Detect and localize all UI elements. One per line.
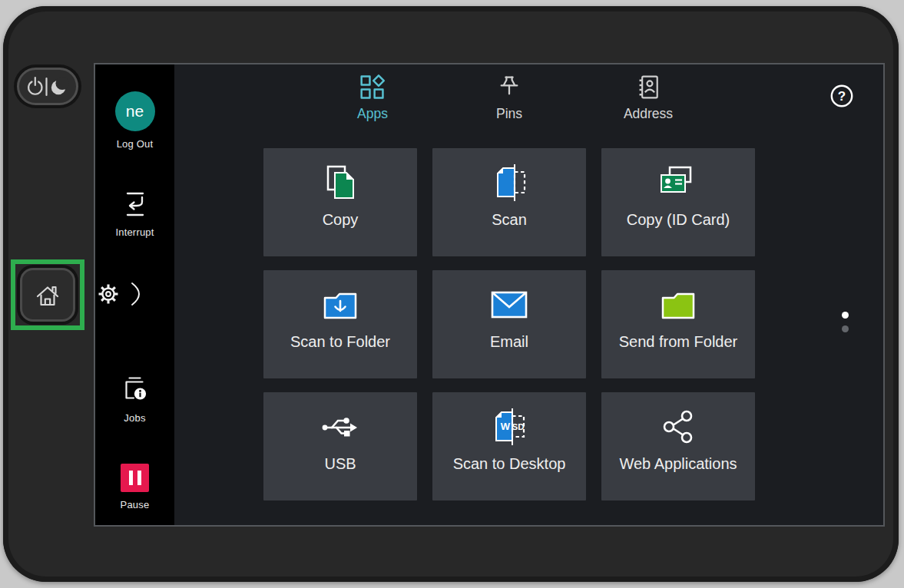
svg-text:?: ?: [838, 89, 846, 104]
app-tile-label: Web Applications: [619, 455, 737, 473]
folder-icon: [658, 283, 698, 326]
address-book-icon: [634, 74, 661, 101]
tab-address-label: Address: [624, 106, 673, 122]
app-tile-copy-id-card[interactable]: Copy (ID Card): [601, 148, 755, 256]
copy-pages-icon: [320, 161, 361, 204]
app-tile-label: Scan to Desktop: [453, 455, 566, 473]
page-dot-2[interactable]: [842, 325, 849, 332]
share-network-icon: [660, 405, 697, 448]
app-tile-scan[interactable]: Scan: [432, 148, 586, 256]
usb-icon: [320, 405, 361, 448]
app-tile-scan-to-desktop[interactable]: W SD Scan to Desktop: [432, 392, 586, 500]
tab-pins-label: Pins: [496, 106, 522, 122]
svg-text:W: W: [501, 421, 511, 432]
page-indicator: [842, 312, 849, 332]
svg-text:SD: SD: [512, 422, 525, 431]
tab-pins[interactable]: Pins: [496, 74, 523, 122]
avatar: ne: [115, 91, 155, 131]
app-tile-label: Copy: [323, 211, 359, 229]
app-tile-label: Scan: [492, 211, 527, 229]
interrupt-button[interactable]: Interrupt: [95, 189, 174, 238]
email-envelope-icon: [489, 283, 529, 326]
logout-button[interactable]: ne Log Out: [95, 91, 174, 150]
power-moon-icon: [25, 74, 70, 99]
touchscreen: ne Log Out Interrupt: [94, 63, 885, 527]
help-button[interactable]: ?: [829, 84, 854, 108]
tab-apps-label: Apps: [357, 106, 388, 122]
apps-grid-icon: [359, 74, 386, 101]
tab-address[interactable]: Address: [624, 74, 673, 122]
id-card-icon: [657, 161, 700, 204]
app-tile-usb[interactable]: USB: [263, 392, 417, 500]
power-sleep-button[interactable]: [17, 68, 78, 105]
gear-icon: [95, 281, 121, 307]
interrupt-icon: [121, 189, 150, 220]
printer-front-panel: ne Log Out Interrupt: [3, 6, 899, 582]
wsd-document-icon: W SD: [489, 405, 529, 448]
app-tile-web-applications[interactable]: Web Applications: [601, 392, 755, 500]
jobs-icon: [121, 375, 150, 405]
chevron-right-icon: [131, 282, 141, 306]
home-button[interactable]: [20, 268, 75, 322]
home-icon: [34, 282, 61, 308]
folder-download-icon: [320, 283, 360, 326]
app-tile-label: Email: [490, 333, 528, 351]
settings-button[interactable]: [95, 281, 174, 307]
interrupt-label: Interrupt: [115, 226, 154, 238]
jobs-button[interactable]: Jobs: [95, 375, 174, 424]
avatar-initials: ne: [126, 102, 144, 121]
app-tile-label: Copy (ID Card): [627, 211, 730, 229]
help-icon: ?: [829, 84, 854, 108]
logout-label: Log Out: [117, 138, 154, 150]
pushpin-icon: [496, 74, 523, 101]
home-screen: Apps Pins: [174, 64, 883, 525]
app-tile-label: Scan to Folder: [290, 333, 390, 351]
sidebar: ne Log Out Interrupt: [95, 64, 174, 525]
pause-icon: [121, 464, 149, 492]
app-tile-copy[interactable]: Copy: [263, 148, 417, 256]
home-button-highlight: [11, 259, 84, 330]
app-tile-label: USB: [324, 455, 356, 473]
app-tile-label: Send from Folder: [619, 333, 738, 351]
scan-page-icon: [489, 161, 529, 204]
jobs-label: Jobs: [124, 412, 145, 424]
tab-apps[interactable]: Apps: [357, 74, 388, 122]
app-tile-email[interactable]: Email: [432, 270, 586, 378]
pause-button[interactable]: Pause: [95, 464, 174, 510]
pause-label: Pause: [121, 499, 150, 510]
page-dot-1[interactable]: [842, 312, 849, 319]
app-tile-send-from-folder[interactable]: Send from Folder: [601, 270, 755, 378]
app-tile-scan-to-folder[interactable]: Scan to Folder: [263, 270, 417, 378]
app-grid: Copy Scan: [263, 148, 755, 500]
